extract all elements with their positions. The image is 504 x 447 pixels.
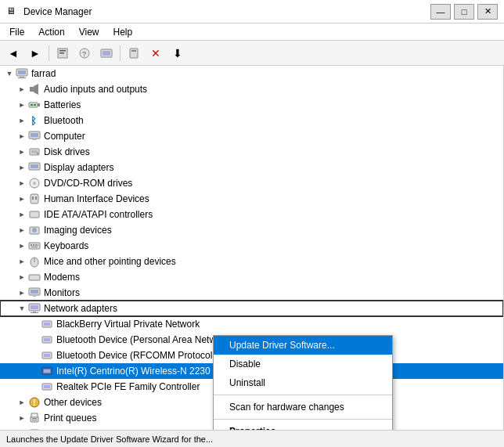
- tree-item-network[interactable]: ▼ Network adapters: [0, 301, 503, 316]
- toolbar: ◄ ► ? ✕ ⬇: [0, 41, 504, 66]
- tree-item-net-blackberry[interactable]: BlackBerry Virtual Private Network: [0, 316, 503, 332]
- net1-label: BlackBerry Virtual Private Network: [56, 319, 200, 330]
- net3-icon: [41, 349, 53, 362]
- menu-action[interactable]: Action: [32, 25, 70, 39]
- svg-rect-2: [59, 52, 64, 54]
- maximize-button[interactable]: □: [454, 4, 474, 20]
- net2-icon: [41, 333, 53, 346]
- keyboards-icon: [28, 240, 41, 252]
- svg-rect-55: [44, 338, 50, 341]
- menu-file[interactable]: File: [3, 25, 31, 39]
- svg-rect-18: [34, 104, 36, 106]
- ctx-scan[interactable]: Scan for hardware changes: [214, 398, 392, 416]
- disk-label: Disk drives: [44, 146, 90, 157]
- dvd-expand: ►: [16, 177, 28, 189]
- monitors-label: Monitors: [44, 287, 80, 298]
- proc-expand: ►: [16, 427, 28, 430]
- ctx-uninstall[interactable]: Uninstall: [214, 373, 392, 392]
- svg-rect-47: [33, 295, 36, 297]
- tree-item-computer[interactable]: ► Computer: [0, 128, 503, 144]
- bluetooth-label: Bluetooth: [44, 115, 84, 126]
- toolbar-back[interactable]: ◄: [3, 44, 23, 63]
- tree-item-modems[interactable]: ► Modems: [0, 269, 503, 285]
- svg-rect-6: [103, 51, 110, 56]
- svg-rect-16: [38, 103, 40, 106]
- close-button[interactable]: ✕: [477, 4, 498, 20]
- ctx-sep2: [214, 419, 392, 420]
- audio-expand: ►: [16, 83, 28, 96]
- mice-icon: [28, 255, 41, 268]
- svg-rect-46: [31, 290, 38, 294]
- svg-rect-39: [35, 244, 37, 246]
- tree-item-bluetooth[interactable]: ► ᛒ Bluetooth: [0, 113, 503, 128]
- toolbar-add[interactable]: ⬇: [167, 44, 188, 63]
- computer-icon: [28, 130, 41, 142]
- minimize-button[interactable]: —: [430, 4, 451, 20]
- ide-icon: [28, 208, 41, 221]
- svg-rect-17: [31, 104, 33, 106]
- tree-item-ide[interactable]: ► IDE ATA/ATAPI controllers: [0, 207, 503, 222]
- proc-icon: [28, 427, 41, 430]
- menu-view[interactable]: View: [73, 25, 106, 39]
- mice-expand: ►: [16, 255, 28, 268]
- svg-point-29: [33, 182, 36, 185]
- svg-rect-49: [31, 305, 38, 309]
- tree-root[interactable]: ▼ farrad: [0, 66, 503, 81]
- monitors-expand: ►: [16, 287, 28, 299]
- print-label: Print queues: [44, 413, 96, 424]
- tree-item-imaging[interactable]: ► Imaging devices: [0, 222, 503, 238]
- svg-text:ᛒ: ᛒ: [31, 115, 37, 127]
- print-expand: ►: [16, 412, 28, 424]
- disk-expand: ►: [16, 146, 28, 158]
- display-icon: [28, 161, 41, 174]
- tree-panel[interactable]: ▼ farrad ► Audio inputs and outputs ► Ba…: [0, 66, 504, 430]
- display-expand: ►: [16, 161, 28, 174]
- svg-rect-32: [35, 196, 37, 200]
- tree-item-display[interactable]: ► Display adapters: [0, 160, 503, 175]
- toolbar-forward[interactable]: ►: [25, 44, 45, 63]
- svg-rect-40: [38, 244, 38, 246]
- svg-rect-7: [130, 49, 138, 58]
- ctx-disable[interactable]: Disable: [214, 355, 392, 373]
- print-icon: [28, 412, 41, 424]
- tree-item-dvd[interactable]: ► DVD/CD-ROM drives: [0, 175, 503, 191]
- toolbar-remove[interactable]: ✕: [146, 44, 166, 63]
- disk-icon: [28, 146, 41, 158]
- ctx-update[interactable]: Update Driver Software...: [214, 336, 392, 355]
- menu-bar: File Action View Help: [0, 23, 504, 41]
- status-text: Launches the Update Driver Software Wiza…: [6, 434, 213, 444]
- svg-rect-13: [30, 87, 34, 92]
- title-bar-title: Device Manager: [23, 6, 92, 17]
- dvd-label: DVD/CD-ROM drives: [44, 178, 132, 189]
- batteries-expand: ►: [16, 99, 28, 111]
- imaging-expand: ►: [16, 224, 28, 236]
- toolbar-update[interactable]: ?: [74, 44, 95, 63]
- svg-rect-1: [59, 50, 66, 52]
- net1-expand: [28, 318, 41, 330]
- ctx-properties[interactable]: Properties: [214, 422, 392, 430]
- tree-item-hid[interactable]: ► Human Interface Devices: [0, 191, 503, 207]
- toolbar-device[interactable]: [124, 44, 144, 63]
- toolbar-scan[interactable]: [96, 44, 117, 63]
- tree-item-diskdrives[interactable]: ► Disk drives: [0, 144, 503, 160]
- svg-rect-30: [31, 194, 38, 204]
- menu-help[interactable]: Help: [107, 25, 139, 39]
- tree-item-monitors[interactable]: ► Monitors: [0, 285, 503, 301]
- root-computer-icon: [16, 67, 28, 80]
- svg-rect-24: [31, 150, 38, 153]
- svg-rect-65: [31, 413, 38, 417]
- svg-rect-10: [18, 70, 26, 74]
- svg-rect-37: [31, 244, 32, 246]
- tree-item-mice[interactable]: ► Mice and other pointing devices: [0, 254, 503, 269]
- tree-item-audio[interactable]: ► Audio inputs and outputs: [0, 81, 503, 97]
- net3-label: Bluetooth Device (RFCOMM Protocol TDI): [56, 350, 233, 361]
- net1-icon: [41, 318, 53, 330]
- svg-rect-27: [31, 164, 38, 168]
- tree-item-keyboards[interactable]: ► Keyboards: [0, 238, 503, 254]
- app-icon: 🖥: [6, 5, 19, 18]
- tree-item-batteries[interactable]: ► Batteries: [0, 97, 503, 113]
- svg-point-35: [32, 228, 37, 233]
- svg-rect-61: [44, 385, 50, 388]
- mice-label: Mice and other pointing devices: [44, 256, 176, 267]
- toolbar-properties[interactable]: [52, 44, 73, 63]
